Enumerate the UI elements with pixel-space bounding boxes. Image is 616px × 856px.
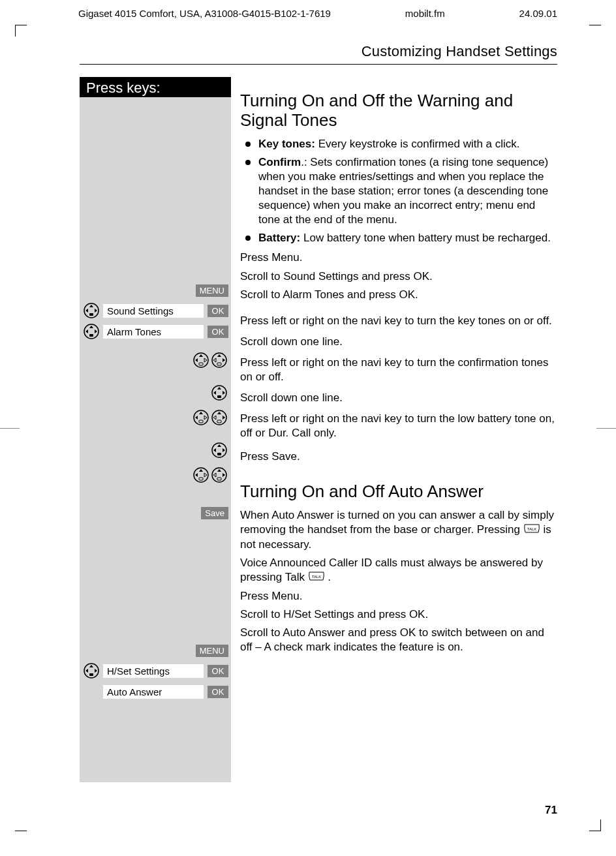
navi-right-icon xyxy=(211,467,227,483)
ok-button: OK xyxy=(208,305,228,317)
bullet-confirm: Confirm.: Sets confirmation tones (a ris… xyxy=(258,155,557,227)
page-number: 71 xyxy=(545,804,557,817)
hset-settings-label: H/Set Settings xyxy=(103,664,204,678)
svg-marker-37 xyxy=(213,448,216,452)
row-menu-2: MENU xyxy=(80,641,231,660)
svg-rect-44 xyxy=(199,478,203,480)
ok-button: OK xyxy=(208,665,228,677)
row-alarm-tones: Alarm Tones OK xyxy=(80,322,231,341)
svg-marker-6 xyxy=(89,326,93,328)
step-alarm-tones: Scroll to Alarm Tones and press OK. xyxy=(240,288,557,302)
navi-icon xyxy=(84,324,99,339)
svg-marker-43 xyxy=(204,473,207,477)
svg-marker-12 xyxy=(195,358,198,362)
sidebar: MENU Sound Settings OK Alarm Tones OK Sa xyxy=(80,97,231,782)
navi-left-icon xyxy=(193,467,209,483)
menu-button: MENU xyxy=(196,284,228,297)
svg-marker-38 xyxy=(223,448,225,452)
svg-marker-36 xyxy=(217,444,221,447)
svg-marker-22 xyxy=(213,391,216,395)
bullet-battery: Battery: Low battery tone when battery m… xyxy=(258,231,557,245)
svg-marker-11 xyxy=(199,354,203,357)
row-hset-settings: H/Set Settings OK xyxy=(80,661,231,680)
svg-rect-39 xyxy=(217,453,221,455)
navi-right-icon xyxy=(211,410,227,425)
svg-marker-53 xyxy=(95,669,97,673)
navi-icon xyxy=(84,663,99,679)
step-hset: Scroll to H/Set Settings and press OK. xyxy=(240,607,557,622)
svg-marker-47 xyxy=(213,473,216,477)
header-right: 24.09.01 xyxy=(519,8,557,19)
svg-text:TALK: TALK xyxy=(527,527,536,531)
svg-marker-26 xyxy=(199,412,203,414)
svg-marker-1 xyxy=(89,305,93,307)
svg-rect-54 xyxy=(89,673,93,676)
step-sound-settings: Scroll to Sound Settings and press OK. xyxy=(240,269,557,284)
navi-left-icon xyxy=(193,410,209,425)
svg-marker-2 xyxy=(85,309,88,313)
step-auto-answer: Scroll to Auto Answer and press OK to sw… xyxy=(240,626,557,654)
svg-marker-41 xyxy=(199,469,203,472)
step-scroll-1: Scroll down one line. xyxy=(240,335,557,349)
svg-marker-8 xyxy=(95,329,97,333)
section-title: Customizing Handset Settings xyxy=(362,43,557,60)
row-save: Save xyxy=(80,503,231,523)
navi-right-icon xyxy=(211,352,227,368)
sound-settings-label: Sound Settings xyxy=(103,304,204,318)
alarm-tones-label: Alarm Tones xyxy=(103,325,204,339)
doc-header: Gigaset 4015 Comfort, USA, A31008-G4015-… xyxy=(78,8,557,19)
navi-icon xyxy=(211,442,227,458)
svg-marker-17 xyxy=(213,358,216,362)
talk-icon: TALK xyxy=(308,571,325,585)
svg-marker-13 xyxy=(204,358,207,362)
navi-left-icon xyxy=(193,352,209,368)
row-auto-answer: Auto Answer OK xyxy=(80,682,231,701)
svg-marker-42 xyxy=(195,473,198,477)
header-center: mobilt.fm xyxy=(405,8,445,19)
row-navi-lr-1 xyxy=(80,350,231,370)
svg-marker-27 xyxy=(195,416,198,420)
svg-marker-51 xyxy=(89,665,93,667)
step-save: Press Save. xyxy=(240,450,557,464)
row-navi-lr-3 xyxy=(80,465,231,485)
save-button: Save xyxy=(201,507,228,519)
svg-rect-24 xyxy=(217,395,221,398)
talk-icon: TALK xyxy=(523,523,540,538)
content: Turning On and Off the Warning and Signa… xyxy=(240,91,557,658)
svg-marker-16 xyxy=(217,354,221,357)
row-sound-settings: Sound Settings OK xyxy=(80,301,231,320)
svg-marker-32 xyxy=(213,416,216,420)
navi-icon xyxy=(211,385,227,401)
svg-marker-46 xyxy=(217,469,221,472)
ok-button: OK xyxy=(208,686,228,698)
svg-rect-49 xyxy=(217,478,221,480)
step-press-menu: Press Menu. xyxy=(240,251,557,265)
ok-button: OK xyxy=(208,326,228,338)
svg-marker-21 xyxy=(217,387,221,390)
svg-marker-7 xyxy=(85,329,88,333)
heading-tones: Turning On and Off the Warning and Signa… xyxy=(240,91,557,130)
svg-marker-48 xyxy=(223,473,225,477)
row-navi-lr-2 xyxy=(80,408,231,427)
row-menu: MENU xyxy=(80,281,231,300)
svg-marker-23 xyxy=(223,391,225,395)
svg-rect-34 xyxy=(217,420,221,423)
svg-rect-29 xyxy=(199,420,203,423)
heading-auto-answer: Turning On and Off Auto Answer xyxy=(240,482,557,502)
header-left: Gigaset 4015 Comfort, USA, A31008-G4015-… xyxy=(78,8,331,19)
svg-rect-9 xyxy=(89,334,93,337)
navi-icon xyxy=(84,303,99,318)
step-confirm-tones: Press left or right on the navi key to t… xyxy=(240,356,557,384)
svg-marker-33 xyxy=(223,416,225,420)
step-scroll-2: Scroll down one line. xyxy=(240,391,557,405)
svg-text:TALK: TALK xyxy=(311,575,321,579)
svg-marker-31 xyxy=(217,412,221,414)
auto-para-1: When Auto Answer is turned on you can an… xyxy=(240,508,557,552)
row-navi-down-2 xyxy=(80,440,231,460)
auto-para-2: Voice Announced Caller ID calls must alw… xyxy=(240,556,557,585)
auto-answer-label: Auto Answer xyxy=(103,685,204,699)
row-navi-down-1 xyxy=(80,383,231,403)
menu-button: MENU xyxy=(196,645,228,657)
svg-rect-19 xyxy=(217,363,221,365)
svg-marker-3 xyxy=(95,309,97,313)
